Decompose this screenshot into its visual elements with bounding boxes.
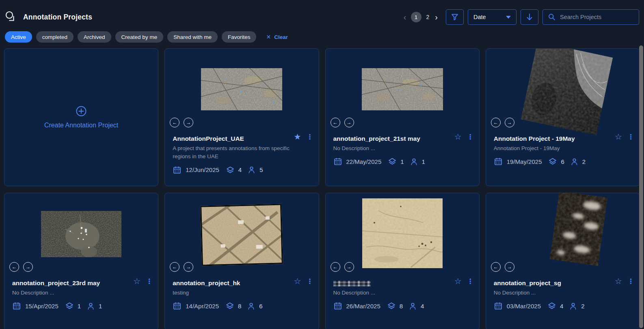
brand: Annotation Projects xyxy=(5,11,92,24)
project-card[interactable]: ← → ☆ ⋮ annotation_project_sg No Descrip… xyxy=(486,193,640,329)
prev-image-button[interactable]: ← xyxy=(170,262,179,272)
project-meta: 19/May/2025 6 2 xyxy=(494,157,634,166)
project-thumbnail xyxy=(362,68,443,110)
project-title: Annotation Project - 19May xyxy=(494,135,616,142)
project-title: annotation_project_21st may xyxy=(333,135,455,142)
layer-count: 4 xyxy=(238,166,242,173)
project-description: No Description ... xyxy=(494,289,620,297)
card-body: No Description ... 26/Mar/2025 8 xyxy=(333,280,473,310)
search-field[interactable] xyxy=(542,9,639,25)
next-image-button[interactable]: → xyxy=(184,118,193,127)
project-meta: 03/Mar/2025 4 2 xyxy=(494,301,634,310)
user-count: 2 xyxy=(581,303,584,310)
projects-grid: Create Annotation Project ← → ★ ⋮ Annota… xyxy=(0,48,644,329)
search-input[interactable] xyxy=(560,14,629,20)
close-icon: ✕ xyxy=(266,34,271,40)
create-annotation-project-card[interactable]: Create Annotation Project xyxy=(4,48,158,186)
pagination: ‹ 1 2 › xyxy=(403,12,439,22)
next-image-button[interactable]: → xyxy=(344,118,354,127)
project-card[interactable]: ← → ☆ ⋮ No Description ... 26/Mar/2025 xyxy=(325,193,480,329)
card-body: annotation_project_23rd may No Descripti… xyxy=(12,280,152,310)
project-description: Annotation Project - 19May xyxy=(494,144,620,153)
next-image-button[interactable]: → xyxy=(505,118,514,127)
calendar-icon xyxy=(12,301,21,310)
user-count: 1 xyxy=(99,303,102,310)
project-thumbnail xyxy=(550,193,607,266)
filter-chip-bar: Active completed Archived Created by me … xyxy=(0,31,644,43)
project-card[interactable]: ← → ☆ ⋮ annotation_project_23rd may No D… xyxy=(4,193,158,329)
filter-button[interactable] xyxy=(446,9,464,25)
pagination-prev-icon[interactable]: ‹ xyxy=(403,13,407,21)
sort-by-dropdown[interactable]: Date xyxy=(468,9,516,25)
project-description: No Description ... xyxy=(333,144,459,153)
project-card[interactable]: ← → ★ ⋮ AnnotationProject_UAE A project … xyxy=(164,48,319,186)
prev-image-button[interactable]: ← xyxy=(170,118,179,127)
project-title: annotation_project_23rd may xyxy=(12,280,134,287)
clear-filters-button[interactable]: ✕ Clear xyxy=(266,34,288,40)
card-body: Annotation Project - 19May Annotation Pr… xyxy=(494,135,634,166)
prev-image-button[interactable]: ← xyxy=(491,262,501,272)
chip-active[interactable]: Active xyxy=(5,31,32,43)
chevron-down-icon xyxy=(506,16,511,19)
layers-icon xyxy=(65,301,74,310)
scrollbar-thumb[interactable] xyxy=(639,45,643,328)
thumbnail-nav: ← → xyxy=(331,262,354,272)
project-description: testing xyxy=(173,289,298,297)
layers-icon xyxy=(388,157,397,166)
layer-count: 4 xyxy=(560,303,563,310)
layer-count: 8 xyxy=(238,303,241,310)
project-date: 22/May/2025 xyxy=(346,158,382,165)
page-title: Annotation Projects xyxy=(23,13,92,22)
layers-icon xyxy=(548,157,557,166)
project-date: 26/Mar/2025 xyxy=(346,303,380,310)
prev-image-button[interactable]: ← xyxy=(9,262,19,272)
next-image-button[interactable]: → xyxy=(344,262,354,272)
chip-completed[interactable]: completed xyxy=(36,31,73,43)
project-date: 14/Apr/2025 xyxy=(186,303,219,310)
pagination-page-1[interactable]: 1 xyxy=(411,12,421,22)
next-image-button[interactable]: → xyxy=(505,262,514,272)
thumbnail-nav: ← → xyxy=(170,262,193,272)
calendar-icon xyxy=(494,301,503,310)
clear-filters-label: Clear xyxy=(274,34,288,40)
project-card[interactable]: ← → ☆ ⋮ annotation_project_hk testing 14… xyxy=(164,193,319,329)
user-icon xyxy=(570,157,579,166)
project-card[interactable]: ← → ☆ ⋮ Annotation Project - 19May Annot… xyxy=(486,48,640,186)
layers-icon xyxy=(225,301,234,310)
add-plus-icon xyxy=(76,105,87,117)
user-icon xyxy=(247,302,255,310)
prev-image-button[interactable]: ← xyxy=(491,118,501,127)
project-date: 15/Apr/2025 xyxy=(25,303,58,310)
next-image-button[interactable]: → xyxy=(184,262,193,272)
annotation-projects-logo-icon xyxy=(5,11,18,24)
filter-funnel-icon xyxy=(450,13,459,22)
user-count: 5 xyxy=(259,166,263,173)
project-card[interactable]: ← → ☆ ⋮ annotation_project_21st may No D… xyxy=(325,48,480,186)
chip-shared-with-me[interactable]: Shared with me xyxy=(167,31,218,43)
user-icon xyxy=(410,157,418,166)
create-annotation-project-label: Create Annotation Project xyxy=(44,122,118,129)
project-title: AnnotationProject_UAE xyxy=(173,135,294,142)
pagination-page-2[interactable]: 2 xyxy=(425,14,431,20)
project-meta: 15/Apr/2025 1 1 xyxy=(12,301,152,310)
card-body: AnnotationProject_UAE A project that pre… xyxy=(173,135,313,174)
pagination-next-icon[interactable]: › xyxy=(434,13,439,21)
sort-direction-button[interactable] xyxy=(521,9,538,25)
chip-favorites[interactable]: Favorites xyxy=(222,31,257,43)
header-controls: ‹ 1 2 › Date xyxy=(403,9,639,25)
project-meta: 12/Jun/2025 4 5 xyxy=(173,166,313,174)
chip-created-by-me[interactable]: Created by me xyxy=(115,31,164,43)
prev-image-button[interactable]: ← xyxy=(331,262,340,272)
scrollbar-track xyxy=(638,45,644,329)
user-icon xyxy=(569,302,577,310)
project-description: No Description ... xyxy=(12,289,138,297)
project-title-redacted xyxy=(333,281,371,286)
user-icon xyxy=(86,302,95,310)
next-image-button[interactable]: → xyxy=(23,262,33,272)
thumbnail-nav: ← → xyxy=(491,262,514,272)
chip-archived[interactable]: Archived xyxy=(78,31,111,43)
prev-image-button[interactable]: ← xyxy=(331,118,340,127)
layers-icon xyxy=(547,301,556,310)
layers-icon xyxy=(226,166,235,174)
project-date: 03/Mar/2025 xyxy=(507,303,541,310)
